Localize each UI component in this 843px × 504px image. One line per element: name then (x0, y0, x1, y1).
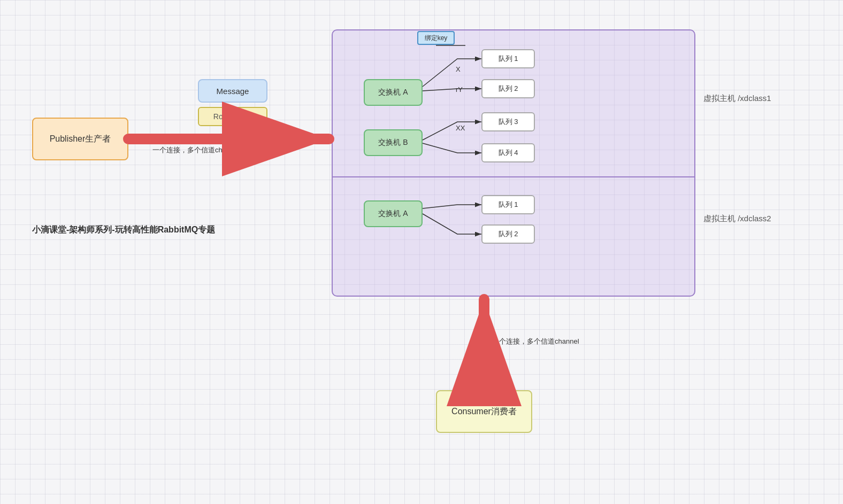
exchange-a-bottom: 交换机 A (364, 200, 423, 227)
connection-label-1: 一个连接，多个信道channel (152, 145, 240, 155)
routing-key-label: RoutingKey (213, 112, 252, 121)
message-box: Message (198, 79, 267, 103)
queue-1-top: 队列 1 (481, 49, 535, 68)
queue-3-top: 队列 3 (481, 112, 535, 131)
queue-2-top: 队列 2 (481, 79, 535, 98)
routing-x-label: X (456, 65, 461, 73)
publisher-label: Publisher生产者 (50, 134, 111, 145)
vhost-container (332, 29, 695, 297)
exchange-b: 交换机 B (364, 129, 423, 156)
consumer-label: Consumer消费者 (451, 406, 517, 417)
routing-y-label: rY (456, 86, 463, 94)
exchange-a-top: 交换机 A (364, 79, 423, 106)
queue-4-top: 队列 4 (481, 143, 535, 162)
consumer-box: Consumer消费者 (436, 390, 532, 433)
vhost-divider (332, 176, 695, 177)
queue-2-bottom: 队列 2 (481, 224, 535, 244)
publisher-box: Publisher生产者 (32, 118, 128, 160)
queue-1-bottom: 队列 1 (481, 195, 535, 214)
vhost1-label: 虚拟主机 /xdclass1 (703, 94, 771, 104)
routing-key-box: RoutingKey (198, 107, 267, 126)
message-label: Message (217, 87, 249, 96)
connection-label-2: 一个连接，多个信道channel (492, 337, 579, 346)
routing-xx-label: XX (456, 124, 465, 132)
binding-key-label: 绑定key (417, 31, 455, 45)
watermark: 小滴课堂-架构师系列-玩转高性能RabbitMQ专题 (32, 224, 215, 236)
vhost2-label: 虚拟主机 /xdclass2 (703, 214, 771, 224)
